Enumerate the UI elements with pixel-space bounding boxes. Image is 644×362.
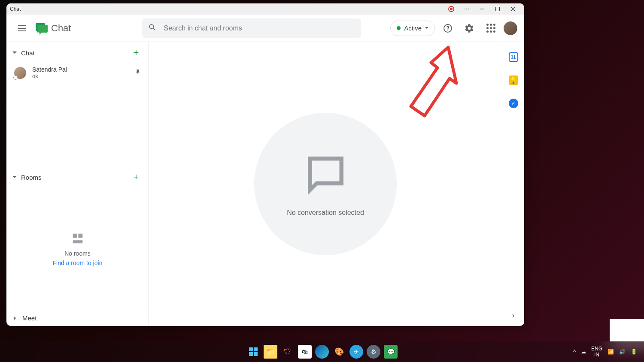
wifi-icon[interactable]: 📶 xyxy=(608,349,614,355)
app-title: Chat xyxy=(51,23,71,34)
app-header: Chat Active xyxy=(6,15,524,42)
brave-icon[interactable]: 🛡 xyxy=(281,345,295,359)
language-selector[interactable]: ENG IN xyxy=(591,346,602,358)
search-input[interactable] xyxy=(164,24,355,32)
apps-grid-icon xyxy=(486,24,495,33)
chevron-right-icon xyxy=(14,316,18,320)
chevron-down-icon xyxy=(425,27,428,30)
tray-expand-icon[interactable]: ^ xyxy=(573,349,576,355)
white-block xyxy=(610,319,644,345)
edge-icon[interactable] xyxy=(315,345,329,359)
hamburger-icon xyxy=(18,25,26,31)
start-button[interactable] xyxy=(246,345,260,359)
contact-name: Satendra Pal xyxy=(32,66,129,73)
rooms-empty-state: No rooms Find a room to join xyxy=(6,188,149,310)
taskbar: 📁 🛡 🛍 🎨 ✈ ⚙ 💬 ^ ☁ ENG IN 📶 🔊 🔋 xyxy=(0,341,644,362)
user-avatar[interactable] xyxy=(504,21,517,35)
search-icon xyxy=(148,23,157,33)
search-box[interactable] xyxy=(142,18,361,38)
settings-button[interactable] xyxy=(461,20,478,37)
status-text: Active xyxy=(404,24,422,32)
telegram-icon[interactable]: ✈ xyxy=(349,345,363,359)
chat-app-icon[interactable]: 💬 xyxy=(384,345,398,359)
chevron-down-icon xyxy=(12,51,17,56)
chat-logo-icon xyxy=(36,23,48,33)
settings-icon[interactable]: ⚙ xyxy=(367,345,380,359)
chat-section-label: Chat xyxy=(21,49,125,57)
arrow-annotation xyxy=(395,42,463,130)
sidepanel-toggle[interactable]: › xyxy=(512,311,515,320)
paint-icon[interactable]: 🎨 xyxy=(332,345,346,359)
calendar-app-icon[interactable]: 31 xyxy=(509,52,518,62)
contact-avatar xyxy=(14,67,26,79)
more-icon[interactable]: ⋯ xyxy=(459,3,474,15)
chat-list-item[interactable]: Satendra Pal ok xyxy=(6,63,149,82)
chevron-down-icon xyxy=(12,176,17,180)
status-dot-icon xyxy=(397,26,401,30)
close-button[interactable] xyxy=(505,3,521,15)
status-selector[interactable]: Active xyxy=(390,21,435,36)
maximize-button[interactable] xyxy=(490,3,505,15)
new-room-button[interactable]: + xyxy=(130,171,143,184)
chat-section-header[interactable]: Chat + xyxy=(6,42,149,63)
chat-logo[interactable]: Chat xyxy=(36,23,71,34)
meet-section-label: Meet xyxy=(22,314,143,322)
main-content: No conversation selected xyxy=(149,42,502,326)
empty-state: No conversation selected xyxy=(254,113,397,255)
app-window: Chat ⋯ Chat Active xyxy=(6,3,524,326)
svg-rect-1 xyxy=(496,7,500,11)
rooms-icon xyxy=(70,231,85,247)
tasks-app-icon[interactable]: ✓ xyxy=(509,99,518,108)
sidebar: Chat + Satendra Pal ok Roo xyxy=(6,42,149,326)
side-panel: 31 💡 ✓ › xyxy=(502,42,524,326)
rooms-section-header[interactable]: Rooms + xyxy=(6,166,149,188)
apps-button[interactable] xyxy=(482,20,499,37)
new-chat-button[interactable]: + xyxy=(130,46,143,59)
store-icon[interactable]: 🛍 xyxy=(298,345,312,359)
gear-icon xyxy=(464,23,474,33)
titlebar-notification-icon[interactable] xyxy=(444,3,459,15)
contact-preview: ok xyxy=(32,73,129,79)
main-menu-button[interactable] xyxy=(13,20,30,37)
help-button[interactable] xyxy=(439,20,456,37)
chat-bubble-icon xyxy=(303,152,348,199)
minimize-button[interactable] xyxy=(474,3,490,15)
battery-icon[interactable]: 🔋 xyxy=(631,349,637,355)
volume-icon[interactable]: 🔊 xyxy=(619,349,626,355)
window-title: Chat xyxy=(10,6,21,12)
meet-section-header[interactable]: Meet xyxy=(6,310,149,326)
keep-app-icon[interactable]: 💡 xyxy=(509,75,518,85)
pin-icon[interactable] xyxy=(135,69,141,77)
rooms-empty-text: No rooms xyxy=(64,250,91,257)
empty-state-text: No conversation selected xyxy=(287,209,364,217)
rooms-section-label: Rooms xyxy=(21,174,125,181)
onedrive-icon[interactable]: ☁ xyxy=(581,349,586,355)
file-explorer-icon[interactable]: 📁 xyxy=(264,345,277,359)
titlebar: Chat ⋯ xyxy=(6,3,524,15)
help-icon xyxy=(443,23,453,33)
find-room-link[interactable]: Find a room to join xyxy=(53,259,103,266)
